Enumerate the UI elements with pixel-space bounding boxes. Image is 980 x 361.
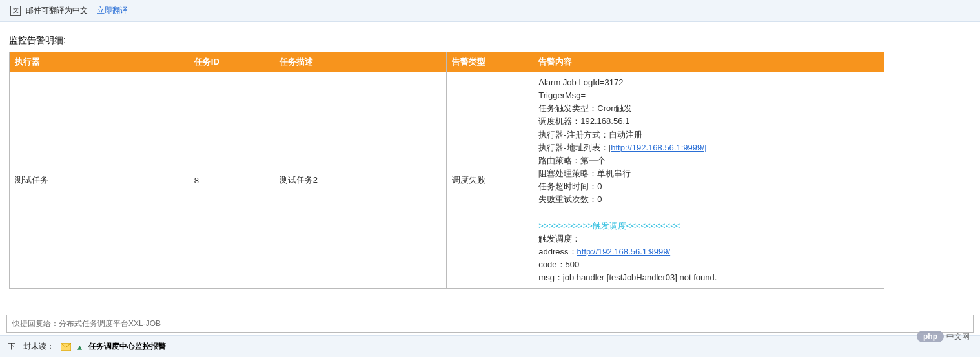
alarm-line: 任务超时时间：0 [538, 180, 879, 193]
alarm-line: 触发调度： [538, 232, 879, 245]
alarm-line: 路由策略：第一个 [538, 154, 879, 167]
next-mail-title[interactable]: 任务调度中心监控报警 [88, 341, 166, 352]
translate-text: 邮件可翻译为中文 [26, 5, 88, 16]
address-prefix: address： [538, 247, 577, 256]
alarm-table: 执行器 任务ID 任务描述 告警类型 告警内容 测试任务 8 测试任务2 调度失… [9, 52, 884, 289]
cell-job-desc: 测试任务2 [274, 72, 447, 289]
mail-content: 监控告警明细: 执行器 任务ID 任务描述 告警类型 告警内容 测试任务 8 测… [0, 22, 980, 295]
next-unread-bar: 下一封未读： ▴ 任务调度中心监控报警 [0, 335, 980, 357]
table-row: 测试任务 8 测试任务2 调度失败 Alarm Job LogId=3172 T… [10, 72, 884, 289]
address-list-suffix: ] [704, 143, 707, 152]
table-header-row: 执行器 任务ID 任务描述 告警类型 告警内容 [10, 52, 884, 72]
cell-alarm-type: 调度失败 [447, 72, 533, 289]
flag-icon: ▴ [77, 342, 82, 352]
alarm-line: 调度机器：192.168.56.1 [538, 115, 879, 128]
header-job-id: 任务ID [189, 52, 274, 72]
alarm-line: address：http://192.168.56.1:9999/ [538, 245, 879, 258]
alarm-line: 阻塞处理策略：单机串行 [538, 167, 879, 180]
alarm-line: TriggerMsg= [538, 89, 879, 102]
trigger-divider: >>>>>>>>>>>触发调度<<<<<<<<<<< [538, 220, 879, 232]
next-label: 下一封未读： [8, 341, 54, 352]
alarm-line: Alarm Job LogId=3172 [538, 76, 879, 89]
mail-icon [61, 343, 71, 351]
header-job-desc: 任务描述 [274, 52, 447, 72]
cell-job-id: 8 [189, 72, 274, 289]
alarm-line: 失败重试次数：0 [538, 193, 879, 206]
alarm-line [538, 206, 879, 219]
alarm-line: 执行器-注册方式：自动注册 [538, 129, 879, 141]
executor-address-link[interactable]: http://192.168.56.1:9999/ [611, 143, 704, 152]
cell-alarm-content: Alarm Job LogId=3172 TriggerMsg= 任务触发类型：… [533, 72, 884, 289]
cn-text: 中文网 [946, 331, 970, 342]
quick-reply-input[interactable] [6, 315, 974, 333]
translate-now-link[interactable]: 立即翻译 [97, 5, 128, 16]
cell-executor: 测试任务 [10, 72, 189, 289]
alarm-line: code：500 [538, 258, 879, 271]
section-title: 监控告警明细: [9, 35, 971, 46]
address-link[interactable]: http://192.168.56.1:9999/ [577, 247, 671, 256]
watermark-logo: php 中文网 [917, 331, 970, 342]
reply-section [0, 315, 980, 333]
translate-icon: 文 [10, 6, 21, 16]
alarm-line: 执行器-地址列表：[http://192.168.56.1:9999/] [538, 141, 879, 154]
header-alarm-content: 告警内容 [533, 52, 884, 72]
header-executor: 执行器 [10, 52, 189, 72]
alarm-line: msg：job handler [testJobHandler03] not f… [538, 271, 879, 284]
header-alarm-type: 告警类型 [447, 52, 533, 72]
alarm-line: 任务触发类型：Cron触发 [538, 102, 879, 115]
address-list-prefix: 执行器-地址列表：[ [538, 143, 611, 152]
translate-bar: 文 邮件可翻译为中文 立即翻译 [0, 0, 980, 22]
php-badge: php [917, 331, 944, 342]
